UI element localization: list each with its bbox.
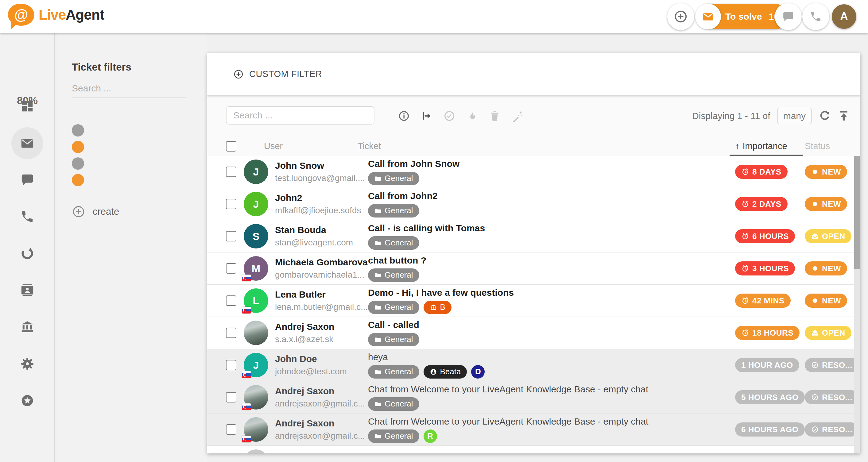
mail-icon xyxy=(20,136,34,150)
create-filter-label: create xyxy=(93,206,119,217)
folder-icon xyxy=(374,336,381,343)
agent-initial-tag[interactable]: D xyxy=(471,365,485,378)
importance-cell: 1 HOUR AGO xyxy=(735,358,805,372)
brand-agent: Agent xyxy=(66,7,104,23)
info-icon[interactable] xyxy=(398,110,410,122)
agent-initial-tag[interactable]: R xyxy=(424,429,437,443)
department-tag[interactable]: General xyxy=(368,268,419,282)
to-solve-button[interactable]: To solve 10 xyxy=(695,4,788,29)
ticket-cell[interactable]: heyaGeneralBeataD xyxy=(368,352,735,378)
department-tag[interactable]: General xyxy=(368,301,419,314)
row-checkbox[interactable] xyxy=(226,199,236,209)
ticket-cell[interactable]: Call from John2General xyxy=(368,191,735,218)
row-checkbox[interactable] xyxy=(226,424,236,435)
department-tag[interactable]: General xyxy=(368,333,419,346)
ticket-tags: General xyxy=(368,236,735,250)
row-checkbox[interactable] xyxy=(226,328,236,338)
sidebar-item-reports[interactable] xyxy=(11,237,43,269)
filter-item-all[interactable] xyxy=(72,139,195,155)
sidebar-item-gamification[interactable] xyxy=(11,385,43,417)
column-status[interactable]: Status xyxy=(805,141,860,151)
resolve-check-icon[interactable] xyxy=(443,110,455,122)
agent-tag[interactable]: Beata xyxy=(424,365,467,378)
user-name: Andrej Saxon xyxy=(275,386,368,396)
transfer-icon[interactable] xyxy=(421,110,432,122)
row-checkbox[interactable] xyxy=(226,392,236,402)
sidebar-item-tickets[interactable] xyxy=(11,127,43,159)
ticket-cell[interactable]: Call - calledGeneral xyxy=(368,320,735,346)
department-tag[interactable]: General xyxy=(368,204,419,218)
folder-icon xyxy=(374,304,381,311)
sidebar-item-chats[interactable] xyxy=(11,164,43,196)
add-button[interactable] xyxy=(667,3,694,30)
table-row[interactable]: SStan Boudastan@liveagent.comCall - is c… xyxy=(207,220,860,253)
table-row[interactable]: JJohn Snowtest.luongova@gmail....Call fr… xyxy=(207,156,860,188)
user-cell: John Doejohndoe@test.com xyxy=(275,354,368,376)
resolved-check-icon xyxy=(811,361,819,369)
create-filter-button[interactable]: create xyxy=(72,205,119,219)
slovakia-flag-icon xyxy=(242,436,251,442)
scrollbar-thumb[interactable] xyxy=(854,156,860,269)
department-tag[interactable]: General xyxy=(368,172,419,185)
export-up-icon[interactable] xyxy=(838,110,850,122)
department-tag[interactable]: General xyxy=(368,429,419,443)
refresh-list-icon[interactable] xyxy=(818,110,831,122)
ticket-search-input[interactable] xyxy=(226,106,374,125)
company-tag[interactable]: B xyxy=(424,301,452,314)
table-row[interactable]: LLena Butlerlena.m.butler@gmail.c...Demo… xyxy=(207,285,860,317)
nav-rail: 80% xyxy=(0,33,55,462)
sidebar-item-calls[interactable] xyxy=(11,201,43,233)
sidebar-item-settings[interactable] xyxy=(11,348,43,380)
table-row[interactable]: MMichaela Gombarovagombarovamichaela1...… xyxy=(207,253,860,285)
row-checkbox[interactable] xyxy=(226,167,236,177)
ticket-cell[interactable]: Demo - Hi, I have a few questionsGeneral… xyxy=(368,288,735,314)
folder-icon xyxy=(374,271,381,279)
table-row[interactable]: Andrej Saxons.a.x.i@azet.skCall - called… xyxy=(207,317,860,349)
filter-item-assigned-to-me[interactable] xyxy=(72,122,195,139)
table-row[interactable]: Andrej Saxonandrejsaxon@gmail.c...Chat f… xyxy=(207,381,860,414)
scrollbar-track[interactable] xyxy=(854,156,860,453)
select-all-checkbox[interactable] xyxy=(226,141,236,152)
filter-item-vip1[interactable] xyxy=(72,172,195,188)
total-count-box[interactable]: many xyxy=(777,108,812,124)
ticket-cell[interactable]: Call from John SnowGeneral xyxy=(368,159,735,185)
department-tag[interactable]: General xyxy=(368,365,419,378)
ticket-subject: Chat from Welcome to your LiveAgent Know… xyxy=(368,384,735,395)
ticket-cell[interactable]: Call - is calling with TomasGeneral xyxy=(368,223,735,250)
status-pill: RESO... xyxy=(805,390,859,404)
row-checkbox[interactable] xyxy=(226,263,236,274)
sidebar-item-dashboard[interactable] xyxy=(11,90,43,122)
custom-filter-button[interactable]: CUSTOM FILTER xyxy=(233,69,322,79)
liveagent-logo[interactable]: @ LiveAgent xyxy=(8,4,104,26)
importance-cell: 5 HOURS AGO xyxy=(735,390,805,404)
sidebar-item-departments[interactable] xyxy=(11,311,43,343)
spam-flame-icon[interactable] xyxy=(466,110,478,122)
department-tag[interactable]: General xyxy=(368,236,419,250)
row-checkbox[interactable] xyxy=(226,360,236,370)
column-user[interactable]: User xyxy=(264,141,358,151)
filter-count-badge xyxy=(72,157,84,170)
magic-wand-icon[interactable] xyxy=(512,110,523,122)
trash-icon[interactable] xyxy=(489,110,501,122)
column-importance[interactable]: ↑Importance xyxy=(735,141,805,151)
table-row[interactable]: JJohn Doejohndoe@test.comheyaGeneralBeat… xyxy=(207,349,860,381)
filter-item-vip[interactable] xyxy=(72,155,195,172)
status-pill: NEW xyxy=(805,294,847,308)
ticket-cell[interactable]: Chat from Welcome to your LiveAgent Know… xyxy=(368,416,735,443)
chats-button[interactable] xyxy=(775,3,802,30)
ticket-tags: GeneralB xyxy=(368,301,735,314)
slovakia-flag-icon xyxy=(242,403,251,410)
table-row[interactable]: JJohn2mfkaflf@jfioejioe.sofdsCall from J… xyxy=(207,188,860,220)
ticket-cell[interactable]: Chat from Welcome to your LiveAgent Know… xyxy=(368,384,735,411)
table-row[interactable]: Andrej SaxonManual created ticket to tes… xyxy=(207,446,860,453)
calls-button[interactable] xyxy=(802,3,829,30)
table-row[interactable]: Andrej Saxonandrejsaxon@gmail.c...Chat f… xyxy=(207,414,860,446)
row-checkbox[interactable] xyxy=(226,295,236,306)
user-avatar[interactable]: A xyxy=(832,4,856,29)
department-tag[interactable]: General xyxy=(368,397,419,411)
sidebar-item-contacts[interactable] xyxy=(11,274,43,306)
column-ticket[interactable]: Ticket xyxy=(358,141,735,151)
ticket-cell[interactable]: chat button ?General xyxy=(368,255,735,282)
row-checkbox[interactable] xyxy=(226,231,236,241)
filters-search-input[interactable] xyxy=(72,79,186,98)
